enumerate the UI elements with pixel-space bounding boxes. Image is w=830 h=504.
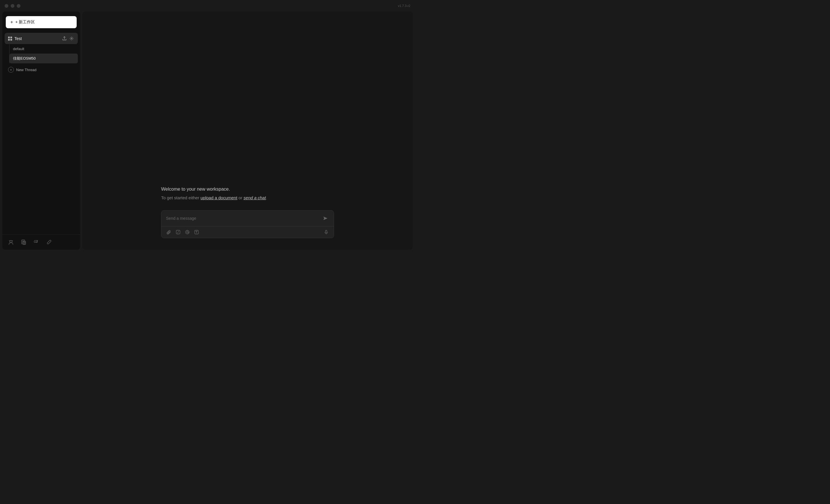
- upload-document-link[interactable]: upload a document: [200, 195, 237, 200]
- workspace-actions: [62, 36, 74, 41]
- new-workspace-label: + 新工作区: [15, 20, 35, 25]
- message-input-row: [161, 210, 334, 226]
- discord-button[interactable]: [32, 238, 40, 246]
- upload-workspace-button[interactable]: [62, 36, 67, 41]
- slash-button[interactable]: [175, 229, 181, 235]
- toolbar-right: [323, 229, 329, 235]
- welcome-post-text: .: [266, 195, 267, 200]
- sidebar-footer: [2, 234, 80, 250]
- app-container: + + 新工作区 Test: [0, 11, 415, 252]
- welcome-subtitle: To get started either upload a document …: [161, 195, 334, 201]
- message-input[interactable]: [166, 216, 322, 221]
- workspace-item-test: Test: [5, 33, 78, 75]
- new-thread-plus-icon: +: [8, 67, 14, 73]
- send-button[interactable]: [322, 214, 329, 222]
- attach-button[interactable]: [166, 229, 172, 235]
- close-button[interactable]: [5, 4, 8, 8]
- text-format-button[interactable]: [194, 229, 199, 235]
- svg-point-7: [187, 231, 188, 233]
- welcome-pre-text: To get started either: [161, 195, 200, 200]
- svg-point-4: [35, 241, 36, 242]
- sidebar-content: Test: [2, 32, 80, 234]
- workspace-name: Test: [14, 36, 59, 41]
- new-thread-button[interactable]: + New Thread: [5, 65, 78, 75]
- chat-area: Welcome to your new workspace. To get st…: [83, 11, 413, 250]
- minimize-button[interactable]: [11, 4, 14, 8]
- plus-icon: +: [10, 20, 13, 25]
- thread-item-jianeng[interactable]: 佳能EOSM50: [9, 54, 78, 63]
- maximize-button[interactable]: [17, 4, 21, 8]
- welcome-section: Welcome to your new workspace. To get st…: [161, 187, 334, 201]
- traffic-lights: [5, 4, 21, 8]
- svg-point-8: [186, 230, 189, 234]
- sidebar: + + 新工作区 Test: [2, 11, 80, 250]
- toolbar-left: [166, 229, 320, 235]
- svg-rect-10: [326, 230, 327, 233]
- workspace-grid-icon: [8, 37, 12, 41]
- mention-button[interactable]: [185, 229, 190, 235]
- workspace-header[interactable]: Test: [5, 33, 78, 44]
- new-workspace-button[interactable]: + + 新工作区: [6, 16, 77, 28]
- titlebar: v1.7.3-r2: [0, 0, 415, 11]
- input-container: [161, 210, 334, 238]
- version-label: v1.7.3-r2: [398, 4, 410, 7]
- settings-workspace-button[interactable]: [69, 36, 74, 41]
- svg-point-5: [37, 241, 37, 242]
- main-content: Welcome to your new workspace. To get st…: [83, 11, 413, 250]
- agent-button[interactable]: [7, 238, 15, 246]
- welcome-mid-text: or: [237, 195, 244, 200]
- wrench-button[interactable]: [45, 238, 53, 246]
- thread-item-default[interactable]: default: [9, 44, 78, 53]
- input-toolbar: [161, 226, 334, 238]
- thread-label-default: default: [13, 47, 24, 51]
- new-thread-label: New Thread: [16, 68, 37, 72]
- sidebar-header: + + 新工作区: [2, 11, 80, 32]
- send-chat-link[interactable]: send a chat: [244, 195, 266, 200]
- thread-list: default 佳能EOSM50: [9, 44, 78, 63]
- svg-point-0: [71, 38, 72, 39]
- thread-label-jianeng: 佳能EOSM50: [13, 56, 36, 61]
- docs-button[interactable]: [20, 238, 28, 246]
- mic-button[interactable]: [323, 229, 329, 235]
- welcome-title: Welcome to your new workspace.: [161, 187, 334, 192]
